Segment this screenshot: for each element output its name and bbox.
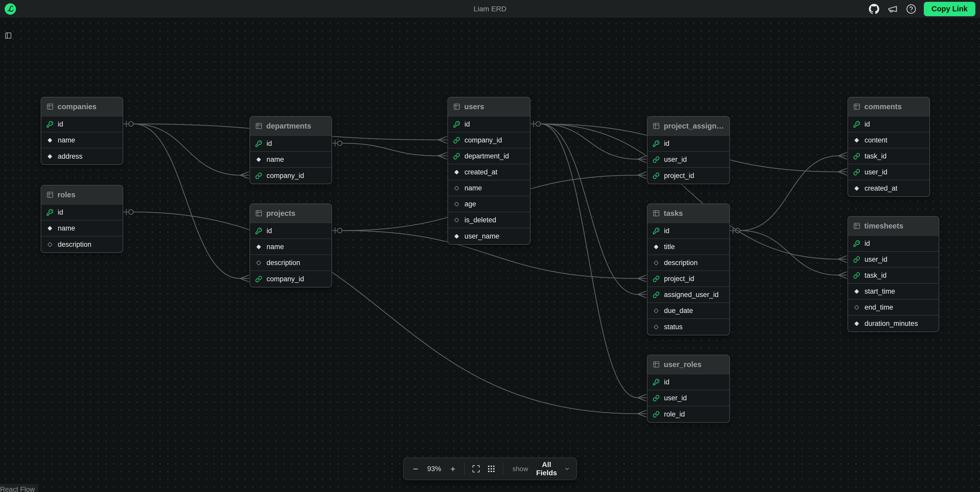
nullable-icon bbox=[653, 259, 660, 267]
foreign-key-link-icon bbox=[653, 275, 660, 283]
column-name: company_id bbox=[465, 136, 502, 144]
column-name: due_date bbox=[664, 307, 693, 315]
column-row-departments-id[interactable]: id bbox=[250, 136, 331, 152]
table-node-users[interactable]: usersidcompany_iddepartment_idcreated_at… bbox=[447, 97, 530, 245]
column-row-projects-company_id[interactable]: company_id bbox=[250, 271, 331, 287]
app-header: ℒ Liam ERD Copy Link bbox=[0, 0, 980, 18]
column-row-users-created_at[interactable]: created_at bbox=[448, 164, 530, 180]
tidy-up-button[interactable] bbox=[485, 462, 497, 476]
column-row-project_assignments-id[interactable]: id bbox=[648, 136, 729, 152]
column-row-users-company_id[interactable]: company_id bbox=[448, 132, 530, 148]
column-row-departments-company_id[interactable]: company_id bbox=[250, 168, 331, 184]
column-row-companies-name[interactable]: name bbox=[41, 132, 123, 148]
column-row-user_roles-user_id[interactable]: user_id bbox=[648, 390, 729, 406]
table-icon bbox=[255, 122, 262, 130]
column-row-tasks-title[interactable]: title bbox=[648, 239, 729, 255]
column-name: name bbox=[58, 136, 75, 144]
column-row-comments-created_at[interactable]: created_at bbox=[848, 180, 929, 196]
column-row-project_assignments-project_id[interactable]: project_id bbox=[648, 168, 729, 184]
column-row-comments-user_id[interactable]: user_id bbox=[848, 164, 929, 180]
table-header-companies[interactable]: companies bbox=[41, 97, 123, 116]
table-header-project_assignments[interactable]: project_assignme... bbox=[648, 117, 729, 136]
liam-logo[interactable]: ℒ bbox=[5, 3, 16, 15]
table-node-user_roles[interactable]: user_rolesiduser_idrole_id bbox=[647, 355, 730, 423]
table-header-user_roles[interactable]: user_roles bbox=[648, 355, 729, 374]
table-name: users bbox=[464, 103, 484, 111]
column-row-users-age[interactable]: age bbox=[448, 196, 530, 212]
column-row-companies-id[interactable]: id bbox=[41, 116, 123, 132]
zoom-in-button[interactable]: + bbox=[447, 462, 459, 476]
column-row-project_assignments-user_id[interactable]: user_id bbox=[648, 152, 729, 168]
column-row-projects-description[interactable]: description bbox=[250, 255, 331, 271]
nullable-icon bbox=[653, 307, 660, 314]
column-row-companies-address[interactable]: address bbox=[41, 148, 123, 164]
column-row-users-name[interactable]: name bbox=[448, 180, 530, 196]
zoom-out-button[interactable]: − bbox=[410, 462, 422, 476]
column-row-tasks-status[interactable]: status bbox=[648, 319, 729, 335]
primary-key-icon bbox=[46, 209, 53, 216]
column-name: id bbox=[664, 378, 670, 386]
column-row-users-is_deleted[interactable]: is_deleted bbox=[448, 212, 530, 228]
column-row-comments-task_id[interactable]: task_id bbox=[848, 148, 929, 164]
github-button[interactable] bbox=[868, 3, 880, 15]
column-row-projects-id[interactable]: id bbox=[250, 223, 331, 239]
table-node-departments[interactable]: departmentsidnamecompany_id bbox=[250, 116, 332, 184]
fit-view-button[interactable] bbox=[471, 462, 482, 476]
column-row-projects-name[interactable]: name bbox=[250, 239, 331, 255]
fields-filter-dropdown[interactable]: All Fields bbox=[532, 460, 570, 477]
column-row-timesheets-user_id[interactable]: user_id bbox=[848, 252, 939, 268]
column-row-comments-content[interactable]: content bbox=[848, 132, 929, 148]
column-row-roles-description[interactable]: description bbox=[41, 236, 123, 252]
react-flow-attribution[interactable]: React Flow bbox=[0, 484, 38, 492]
column-row-tasks-due_date[interactable]: due_date bbox=[648, 303, 729, 319]
column-row-roles-id[interactable]: id bbox=[41, 205, 123, 221]
table-node-projects[interactable]: projectsidnamedescriptioncompany_id bbox=[250, 203, 332, 287]
table-header-tasks[interactable]: tasks bbox=[648, 204, 729, 223]
column-row-users-department_id[interactable]: department_id bbox=[448, 148, 530, 164]
table-header-comments[interactable]: comments bbox=[848, 97, 929, 116]
column-name: assigned_user_id bbox=[664, 291, 719, 299]
column-row-comments-id[interactable]: id bbox=[848, 116, 929, 132]
column-row-departments-name[interactable]: name bbox=[250, 152, 331, 168]
erd-canvas[interactable] bbox=[0, 18, 980, 492]
table-node-project_assignments[interactable]: project_assignme...iduser_idproject_id bbox=[647, 116, 730, 184]
table-header-timesheets[interactable]: timesheets bbox=[848, 217, 939, 236]
column-row-timesheets-duration_minutes[interactable]: duration_minutes bbox=[848, 316, 939, 332]
help-button[interactable] bbox=[905, 3, 917, 15]
copy-link-button[interactable]: Copy Link bbox=[924, 2, 975, 16]
not-null-icon bbox=[853, 320, 860, 327]
column-name: created_at bbox=[465, 168, 498, 176]
column-row-timesheets-end_time[interactable]: end_time bbox=[848, 300, 939, 316]
foreign-key-link-icon bbox=[453, 137, 460, 144]
table-node-companies[interactable]: companiesidnameaddress bbox=[41, 97, 123, 165]
table-node-roles[interactable]: rolesidnamedescription bbox=[41, 185, 123, 253]
column-row-user_roles-id[interactable]: id bbox=[648, 374, 729, 390]
feedback-button[interactable] bbox=[887, 3, 899, 15]
primary-key-icon bbox=[255, 227, 262, 235]
primary-key-icon bbox=[653, 140, 660, 147]
column-row-tasks-assigned_user_id[interactable]: assigned_user_id bbox=[648, 287, 729, 303]
column-row-timesheets-id[interactable]: id bbox=[848, 236, 939, 252]
column-name: is_deleted bbox=[465, 216, 496, 224]
table-node-tasks[interactable]: tasksidtitledescriptionproject_idassigne… bbox=[647, 203, 730, 335]
tidy-up-icon bbox=[487, 465, 496, 473]
table-header-projects[interactable]: projects bbox=[250, 204, 331, 223]
column-row-users-id[interactable]: id bbox=[448, 116, 530, 132]
column-row-timesheets-start_time[interactable]: start_time bbox=[848, 284, 939, 300]
column-row-tasks-project_id[interactable]: project_id bbox=[648, 271, 729, 287]
sidebar-toggle-button[interactable] bbox=[3, 30, 13, 41]
column-row-users-user_name[interactable]: user_name bbox=[448, 228, 530, 244]
column-row-tasks-id[interactable]: id bbox=[648, 223, 729, 239]
table-node-timesheets[interactable]: timesheetsiduser_idtask_idstart_timeend_… bbox=[848, 216, 939, 332]
table-header-departments[interactable]: departments bbox=[250, 117, 331, 136]
table-header-users[interactable]: users bbox=[448, 97, 530, 116]
column-row-timesheets-task_id[interactable]: task_id bbox=[848, 268, 939, 284]
table-header-roles[interactable]: roles bbox=[41, 186, 123, 205]
nullable-icon bbox=[853, 304, 860, 311]
column-row-tasks-description[interactable]: description bbox=[648, 255, 729, 271]
column-row-roles-name[interactable]: name bbox=[41, 221, 123, 236]
column-name: description bbox=[664, 259, 698, 267]
column-row-user_roles-role_id[interactable]: role_id bbox=[648, 406, 729, 422]
table-node-comments[interactable]: commentsidcontenttask_iduser_idcreated_a… bbox=[848, 97, 930, 197]
chevron-down-icon bbox=[564, 465, 570, 472]
